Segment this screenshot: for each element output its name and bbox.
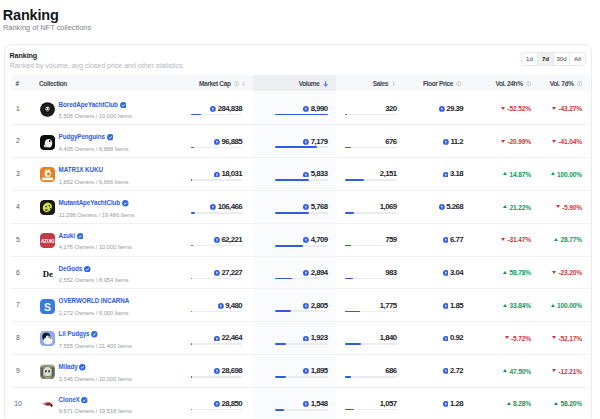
svg-text:S: S (44, 300, 51, 312)
svg-text:AZUKI: AZUKI (41, 239, 54, 244)
svg-text:De: De (43, 269, 53, 279)
